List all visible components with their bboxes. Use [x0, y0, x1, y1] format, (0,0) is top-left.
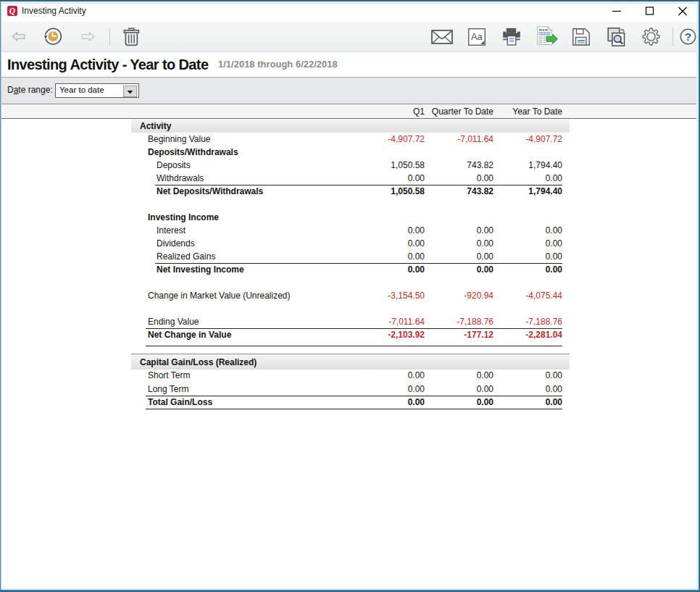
svg-text:Aa: Aa — [471, 31, 483, 42]
svg-text:?: ? — [685, 30, 691, 43]
